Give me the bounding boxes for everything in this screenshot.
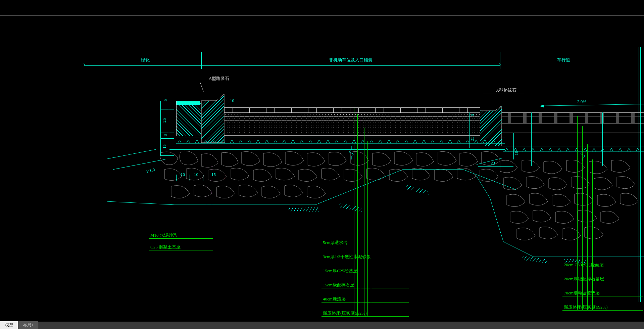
dim-t3 <box>160 133 174 133</box>
dim-t4 <box>160 138 174 139</box>
curb-label-1: A型路缘石 <box>209 76 229 82</box>
leader-r-v2 <box>582 126 583 311</box>
zone-label-parking: 非机动车位及入口铺装 <box>329 57 373 63</box>
leader-mid-h5 <box>321 302 409 302</box>
soil-block-left <box>176 101 201 136</box>
titlebar-divider <box>0 15 644 15</box>
note-r-3: 碾压路床(压实度≥92%) <box>564 304 608 310</box>
curb-leader-1b <box>200 82 204 92</box>
dim-8: 8 <box>470 114 475 116</box>
dim-3: 3 <box>163 134 168 137</box>
aggregate-layer <box>224 121 480 136</box>
note-mid-4: 40cm塘渣层 <box>323 296 346 302</box>
zone-label-roadway: 车行道 <box>557 57 570 63</box>
note-r-1: 20cm厚级配碎石基层 <box>564 276 604 282</box>
leader-left-h2 <box>149 250 213 250</box>
soil-left-edge <box>176 101 177 136</box>
slope-line <box>540 104 644 106</box>
dim-5: 5 <box>163 99 168 102</box>
paving-bricks <box>224 107 480 113</box>
dim-10c-axis <box>235 100 235 107</box>
leader-mid-h6 <box>321 316 409 317</box>
leader-mid-v6 <box>371 151 371 316</box>
dim-bh-t3 <box>203 175 203 181</box>
leader-r-v3 <box>587 144 588 311</box>
dim-r-axis <box>469 112 469 148</box>
dim-25: 25 <box>162 118 167 123</box>
zone-dim-line <box>84 65 500 66</box>
road-l2 <box>502 124 644 124</box>
note-mid-5: 碾压路床(压实度≥92%) <box>323 310 367 316</box>
leader-left-v2 <box>212 136 212 250</box>
dim-23b: 23 <box>491 160 495 166</box>
tab-layout1[interactable]: 布局1 <box>18 321 38 329</box>
breakline-1 <box>349 146 354 159</box>
dim-15: 15 <box>162 144 167 149</box>
leader-r-h3 <box>562 296 643 296</box>
slope-arrow <box>540 105 544 107</box>
dim-bh-line <box>176 178 225 178</box>
leader-left-v1 <box>207 133 207 250</box>
curb-label-2: A型路缘石 <box>496 87 516 93</box>
dim-10a: 10 <box>181 172 185 177</box>
note-left-0: M10 水泥砂浆 <box>150 232 177 238</box>
slope-label: 2.0% <box>577 99 586 104</box>
note-left-1: C25 混凝土基座 <box>150 244 181 250</box>
rubble-outline-right <box>477 158 644 262</box>
leader-r-h2 <box>562 282 643 282</box>
dim-10c: 10 <box>230 98 234 103</box>
road-vert-1 <box>531 112 532 166</box>
breakline-2 <box>581 148 585 161</box>
leader-mid-h4 <box>321 288 409 288</box>
dim-r2-axis <box>513 133 514 159</box>
curb-1-hatch <box>201 94 224 143</box>
ground-hatch-1 <box>289 207 319 211</box>
dim-t2 <box>160 109 174 109</box>
curb-leader-1 <box>201 82 238 82</box>
zone-tick-2 <box>201 52 202 69</box>
note-r-0: 20cm C30水泥砼面层 <box>564 262 604 268</box>
curb-leader-2 <box>483 94 524 94</box>
road-l3 <box>502 133 644 133</box>
note-mid-2: 15cm厚C25砼基层 <box>323 268 357 274</box>
leader-mid-v2 <box>357 114 358 316</box>
rubble-outline-left <box>107 149 517 217</box>
dim-10b: 10 <box>194 172 198 177</box>
leader-mid-v3 <box>361 117 361 316</box>
soil-bottom <box>176 136 201 136</box>
cad-canvas[interactable]: 绿化 非机动车位及入口铺装 车行道 A型路缘石 A型路缘石 2.0% <box>0 0 644 329</box>
note-r-2: 70cm细粒塘渣垫层 <box>564 290 600 296</box>
leader-r-h1 <box>562 268 643 268</box>
dim-23b-line <box>478 166 513 167</box>
tab-bar: 模型 布局1 <box>0 322 644 329</box>
road-dash <box>502 113 644 123</box>
leader-r-h4 <box>562 310 643 311</box>
leader-mid-h2 <box>321 260 409 260</box>
leader-left-h1 <box>149 238 213 239</box>
tri-fill-1 <box>178 139 503 142</box>
road-vert-2 <box>602 112 603 166</box>
dim-bh-t2 <box>190 175 190 181</box>
note-mid-3: 15cm级配碎石层 <box>323 282 354 288</box>
leader-mid-v5 <box>367 141 368 316</box>
leader-r-v4 <box>592 159 593 311</box>
leader-mid-h3 <box>321 274 409 274</box>
dim-bh-t1 <box>176 175 177 181</box>
dim-t5 <box>160 155 174 156</box>
leader-mid-v4 <box>364 128 364 316</box>
note-mid-1: 3cm厚1:3干硬性水泥砂浆 <box>323 254 371 260</box>
dim-23a: 23 <box>469 137 475 141</box>
dim-bh-t4 <box>225 175 225 181</box>
dim-18: 18 <box>514 151 519 155</box>
note-mid-0: 5cm厚透水砖 <box>323 240 348 246</box>
tri-fill-2 <box>505 147 643 151</box>
zone-label-greening: 绿化 <box>141 57 150 63</box>
tab-model[interactable]: 模型 <box>0 321 18 329</box>
zone-tick-3 <box>500 52 500 69</box>
leader-mid-h1 <box>321 246 409 246</box>
